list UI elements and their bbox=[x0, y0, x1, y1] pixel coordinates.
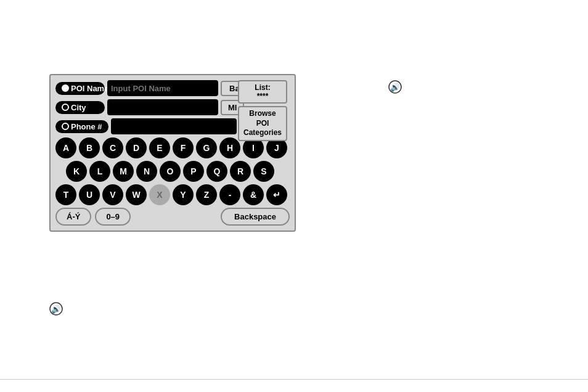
key-R[interactable]: R bbox=[230, 161, 251, 182]
key-E[interactable]: E bbox=[149, 137, 170, 158]
key-U[interactable]: U bbox=[79, 184, 100, 205]
key-T[interactable]: T bbox=[55, 184, 76, 205]
list-label: List: bbox=[243, 83, 282, 92]
key-ampersand[interactable]: & bbox=[243, 184, 264, 205]
key-Q[interactable]: Q bbox=[206, 161, 227, 182]
city-label: City bbox=[71, 103, 86, 112]
key-C[interactable]: C bbox=[102, 137, 123, 158]
panel-inner: POI Name Back City MI Phone # bbox=[55, 80, 290, 226]
key-K[interactable]: K bbox=[66, 161, 87, 182]
bottom-row: Á-Ý 0–9 Backspace bbox=[55, 208, 290, 226]
phone-input[interactable] bbox=[111, 118, 237, 134]
poi-name-radio-indicator bbox=[62, 84, 69, 92]
poi-name-radio[interactable]: POI Name bbox=[55, 82, 105, 95]
key-D[interactable]: D bbox=[126, 137, 147, 158]
footnote-icon-bottom-left: 🔊 bbox=[49, 302, 63, 319]
speaker-icon-bottom: 🔊 bbox=[49, 302, 63, 316]
key-row-3: T U V W X Y Z - & ↵ bbox=[55, 184, 290, 205]
key-M[interactable]: M bbox=[113, 161, 134, 182]
key-N[interactable]: N bbox=[136, 161, 157, 182]
key-W[interactable]: W bbox=[126, 184, 147, 205]
phone-radio-indicator bbox=[62, 123, 69, 130]
key-X[interactable]: X bbox=[149, 184, 170, 205]
key-H[interactable]: H bbox=[219, 137, 240, 158]
footnote-icon-top-right: 🔊 bbox=[388, 80, 402, 97]
list-stars: **** bbox=[243, 92, 282, 100]
key-L[interactable]: L bbox=[89, 161, 110, 182]
numbers-button[interactable]: 0–9 bbox=[95, 208, 131, 226]
poi-name-label: POI Name bbox=[71, 84, 108, 93]
phone-label: Phone # bbox=[71, 122, 102, 131]
backspace-button[interactable]: Backspace bbox=[221, 208, 290, 226]
poi-search-panel: POI Name Back City MI Phone # bbox=[49, 74, 296, 232]
keyboard-area: A B C D E F G H I J K L M N O P Q R bbox=[55, 137, 290, 226]
rows-area: POI Name Back City MI Phone # bbox=[55, 80, 237, 134]
bottom-separator bbox=[0, 379, 588, 380]
key-B[interactable]: B bbox=[79, 137, 100, 158]
key-F[interactable]: F bbox=[173, 137, 194, 158]
list-box: List: **** bbox=[238, 80, 287, 104]
key-dash[interactable]: - bbox=[219, 184, 240, 205]
key-Y[interactable]: Y bbox=[173, 184, 194, 205]
svg-text:🔊: 🔊 bbox=[390, 82, 401, 92]
key-enter[interactable]: ↵ bbox=[266, 184, 287, 205]
city-input[interactable] bbox=[107, 99, 218, 115]
key-A[interactable]: A bbox=[55, 137, 76, 158]
key-P[interactable]: P bbox=[183, 161, 204, 182]
key-Z[interactable]: Z bbox=[196, 184, 217, 205]
key-G[interactable]: G bbox=[196, 137, 217, 158]
city-radio[interactable]: City bbox=[55, 101, 105, 114]
city-radio-indicator bbox=[62, 104, 69, 111]
browse-poi-button[interactable]: BrowsePOICategories bbox=[238, 106, 287, 141]
key-S[interactable]: S bbox=[253, 161, 274, 182]
city-row: City MI bbox=[55, 99, 237, 115]
key-V[interactable]: V bbox=[102, 184, 123, 205]
phone-row: Phone # bbox=[55, 118, 237, 134]
phone-radio[interactable]: Phone # bbox=[55, 120, 108, 133]
speaker-icon-top: 🔊 bbox=[388, 80, 402, 94]
right-panel: List: **** BrowsePOICategories bbox=[238, 80, 287, 141]
key-row-2: K L M N O P Q R S bbox=[55, 161, 290, 182]
poi-name-row: POI Name Back bbox=[55, 80, 237, 96]
key-O[interactable]: O bbox=[160, 161, 181, 182]
svg-text:🔊: 🔊 bbox=[51, 304, 62, 314]
poi-name-input[interactable] bbox=[107, 80, 218, 96]
accented-button[interactable]: Á-Ý bbox=[55, 208, 91, 226]
